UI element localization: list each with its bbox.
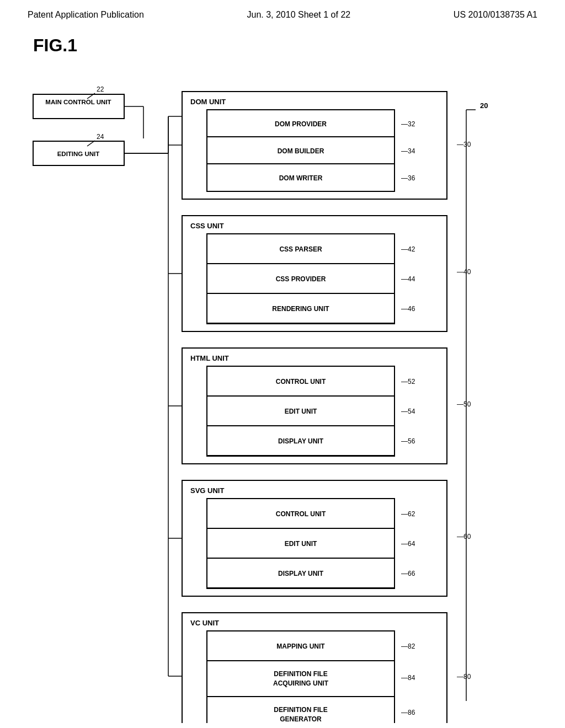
svg-text:ACQUIRING UNIT: ACQUIRING UNIT xyxy=(273,679,329,687)
svg-text:—52: —52 xyxy=(401,378,415,386)
svg-text:—34: —34 xyxy=(401,147,415,155)
css-provider-label: CSS PROVIDER xyxy=(276,275,326,283)
def-generator-label: DEFINITION FILE xyxy=(274,706,327,714)
svg-rect-51 xyxy=(207,661,395,697)
svg-text:—36: —36 xyxy=(401,174,415,182)
svg-text:—46: —46 xyxy=(401,305,415,313)
html-unit-label: HTML UNIT xyxy=(190,354,229,362)
svg-edit-unit-label: EDIT UNIT xyxy=(285,540,317,548)
header-right: US 2010/0138735 A1 xyxy=(454,10,537,20)
editing-unit-label: EDITING UNIT xyxy=(57,151,100,157)
svg-text:—82: —82 xyxy=(401,643,415,650)
html-edit-unit-label: EDIT UNIT xyxy=(285,408,317,415)
svg-text:24: 24 xyxy=(97,133,104,141)
svg-text:22: 22 xyxy=(97,85,104,93)
def-acquiring-unit-label: DEFINITION FILE xyxy=(274,670,327,678)
dom-provider-label: DOM PROVIDER xyxy=(275,120,327,128)
svg-text:—84: —84 xyxy=(401,674,415,682)
page-header: Patent Application Publication Jun. 3, 2… xyxy=(0,0,565,25)
svg-text:—32: —32 xyxy=(401,120,415,128)
ref-20-text: 20 xyxy=(480,101,488,110)
svg-text:—86: —86 xyxy=(401,709,415,716)
rendering-unit-label: RENDERING UNIT xyxy=(272,305,329,313)
svg-text:—54: —54 xyxy=(401,408,415,415)
dom-builder-label: DOM BUILDER xyxy=(278,147,324,155)
svg-unit-label: SVG UNIT xyxy=(190,486,224,495)
vc-unit-label: VC UNIT xyxy=(190,619,219,627)
svg-text:—50: —50 xyxy=(457,400,471,408)
svg-text:—42: —42 xyxy=(401,245,415,253)
svg-text:—44: —44 xyxy=(401,275,415,283)
dom-writer-label: DOM WRITER xyxy=(279,174,323,182)
header-center: Jun. 3, 2010 Sheet 1 of 22 xyxy=(247,10,350,20)
diagram-svg: 20 MAIN CONTROL UNIT 22 EDITING UNIT 24 … xyxy=(0,61,565,723)
svg-rect-2 xyxy=(33,94,124,119)
css-parser-label: CSS PARSER xyxy=(279,245,322,253)
header-left: Patent Application Publication xyxy=(28,10,144,20)
svg-text:—80: —80 xyxy=(457,673,471,681)
html-control-unit-label: CONTROL UNIT xyxy=(276,378,326,386)
diagram-container: 20 MAIN CONTROL UNIT 22 EDITING UNIT 24 … xyxy=(0,61,565,723)
svg-text:—30: —30 xyxy=(457,141,471,148)
svg-display-unit-label: DISPLAY UNIT xyxy=(278,570,324,577)
svg-control-unit-label: CONTROL UNIT xyxy=(276,510,326,518)
mapping-unit-label: MAPPING UNIT xyxy=(276,643,325,650)
svg-text:GENERATOR: GENERATOR xyxy=(280,715,322,723)
svg-text:—66: —66 xyxy=(401,570,415,577)
svg-text:—62: —62 xyxy=(401,510,415,518)
main-control-label: MAIN CONTROL UNIT xyxy=(45,99,111,105)
svg-text:—56: —56 xyxy=(401,437,415,445)
fig-label: FIG.1 xyxy=(0,25,565,61)
svg-text:—60: —60 xyxy=(457,533,471,540)
html-display-unit-label: DISPLAY UNIT xyxy=(278,437,324,445)
css-unit-label: CSS UNIT xyxy=(190,222,224,230)
svg-text:—64: —64 xyxy=(401,540,415,548)
dom-unit-label: DOM UNIT xyxy=(190,98,226,106)
svg-text:—40: —40 xyxy=(457,268,471,276)
